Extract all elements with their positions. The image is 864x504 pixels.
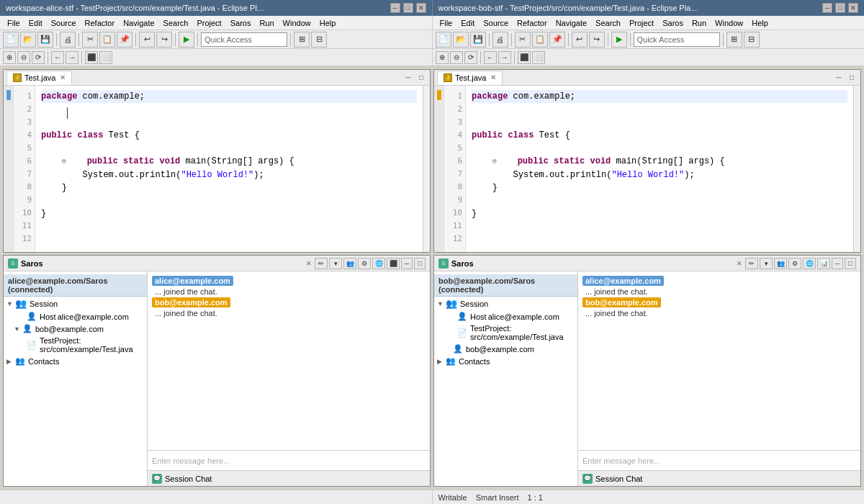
left-tree-contacts[interactable]: ▶ 👥 Contacts <box>4 355 147 367</box>
left-editor-tab[interactable]: J Test.java ✕ <box>6 71 72 85</box>
right-editor-body[interactable]: 12345 678910 1112 package com.example; p… <box>434 86 860 252</box>
right-quick-access[interactable]: Quick Access <box>634 32 720 47</box>
left-saros-btn4[interactable]: ⚙ <box>358 258 371 269</box>
left-tb2-b3[interactable]: ⟳ <box>32 51 45 64</box>
right-tree-bob[interactable]: 👤 bob@example.com <box>434 343 577 355</box>
left-saros-maximize[interactable]: □ <box>414 258 426 269</box>
left-tb2-b5[interactable]: → <box>66 51 78 64</box>
left-tree-host[interactable]: 👤 Host alice@example.com <box>4 310 147 323</box>
left-saros-btn2[interactable]: ▾ <box>329 258 342 269</box>
right-tb-open[interactable]: 📂 <box>453 32 469 48</box>
right-code-area[interactable]: package com.example; public class Test {… <box>466 86 853 252</box>
right-tb-perspective[interactable]: ⊞ <box>726 32 742 48</box>
right-tb-b5[interactable]: ↪ <box>589 32 605 48</box>
left-tb-print[interactable]: 🖨 <box>60 32 76 48</box>
left-menu-refactor[interactable]: Refactor <box>81 16 120 30</box>
left-menu-help[interactable]: Help <box>315 16 341 30</box>
right-restore-btn[interactable]: □ <box>835 3 845 13</box>
left-tb-new[interactable]: 📄 <box>3 32 19 48</box>
right-tree-session[interactable]: ▼ 👥 Session <box>434 297 577 310</box>
right-tb2-b7[interactable]: ⬜ <box>532 51 545 64</box>
left-tb-b2[interactable]: 📋 <box>99 32 115 48</box>
left-menu-source[interactable]: Source <box>47 16 81 30</box>
right-saros-btn3[interactable]: 👥 <box>774 258 787 269</box>
left-editor-body[interactable]: 12345 678910 1112 package com.example; p… <box>4 86 430 252</box>
right-menu-project[interactable]: Project <box>625 16 658 30</box>
right-tb2-b1[interactable]: ⊕ <box>436 51 449 64</box>
left-close-btn[interactable]: ✕ <box>416 3 426 13</box>
left-tb-open[interactable]: 📂 <box>20 32 36 48</box>
right-tb-view2[interactable]: ⊟ <box>744 32 760 48</box>
right-menu-saros[interactable]: Saros <box>658 16 688 30</box>
left-tb-b5[interactable]: ↪ <box>156 32 172 48</box>
left-saros-btn6[interactable]: ⬛ <box>387 258 400 269</box>
left-menu-search[interactable]: Search <box>159 16 193 30</box>
right-saros-btn5[interactable]: 🌐 <box>803 258 816 269</box>
left-quick-access[interactable]: Quick Access <box>201 32 287 47</box>
left-editor-minimize[interactable]: ─ <box>402 72 414 84</box>
right-tb-b4[interactable]: ↩ <box>572 32 588 48</box>
right-close-btn[interactable]: ✕ <box>848 3 858 13</box>
left-menu-edit[interactable]: Edit <box>24 16 47 30</box>
left-tb2-b7[interactable]: ⬜ <box>99 51 112 64</box>
left-tb2-b6[interactable]: ⬛ <box>85 51 98 64</box>
right-saros-btn1[interactable]: ✏ <box>745 258 758 269</box>
left-chat-input[interactable]: Enter message here... <box>148 450 430 470</box>
left-tb-b1[interactable]: ✂ <box>82 32 98 48</box>
left-saros-minimize[interactable]: ─ <box>401 258 413 269</box>
right-menu-help[interactable]: Help <box>747 16 773 30</box>
right-tb-new[interactable]: 📄 <box>436 32 451 48</box>
left-tb-view2[interactable]: ⊟ <box>311 32 327 48</box>
right-tab-close[interactable]: ✕ <box>490 73 496 81</box>
left-menu-saros[interactable]: Saros <box>226 16 256 30</box>
right-tb-b3[interactable]: 📌 <box>549 32 565 48</box>
right-tree-host[interactable]: 👤 Host alice@example.com <box>434 310 577 323</box>
right-minimize-btn[interactable]: ─ <box>822 3 832 13</box>
left-tb-save[interactable]: 💾 <box>37 32 53 48</box>
right-saros-btn6[interactable]: 📊 <box>817 258 830 269</box>
left-editor-maximize[interactable]: □ <box>415 72 427 84</box>
right-saros-maximize[interactable]: □ <box>845 258 856 269</box>
right-saros-btn4[interactable]: ⚙ <box>788 258 801 269</box>
left-tb2-b2[interactable]: ⊖ <box>17 51 30 64</box>
right-menu-search[interactable]: Search <box>591 16 625 30</box>
right-menu-navigate[interactable]: Navigate <box>552 16 591 30</box>
left-editor-scrollbar[interactable] <box>423 86 430 252</box>
right-tb-print[interactable]: 🖨 <box>492 32 508 48</box>
right-editor-scrollbar[interactable] <box>853 86 860 252</box>
right-tb2-b2[interactable]: ⊖ <box>450 51 463 64</box>
right-chat-input[interactable]: Enter message here... <box>578 450 860 470</box>
right-tb2-b3[interactable]: ⟳ <box>464 51 477 64</box>
right-saros-btn2[interactable]: ▾ <box>760 258 773 269</box>
left-minimize-btn[interactable]: ─ <box>390 3 400 13</box>
right-tb2-b5[interactable]: → <box>498 51 511 64</box>
left-saros-btn5[interactable]: 🌐 <box>372 258 385 269</box>
left-tree-bob[interactable]: ▼ 👤 bob@example.com <box>4 323 147 335</box>
left-tb-b3[interactable]: 📌 <box>117 32 132 48</box>
right-menu-run[interactable]: Run <box>688 16 711 30</box>
left-menu-navigate[interactable]: Navigate <box>119 16 158 30</box>
right-tb-b1[interactable]: ✂ <box>515 32 531 48</box>
left-saros-btn3[interactable]: 👥 <box>343 258 356 269</box>
right-tb-save[interactable]: 💾 <box>470 32 486 48</box>
left-saros-btn1[interactable]: ✏ <box>315 258 328 269</box>
left-tb-b4[interactable]: ↩ <box>139 32 155 48</box>
left-menu-project[interactable]: Project <box>192 16 225 30</box>
left-tb2-b4[interactable]: ← <box>51 51 64 64</box>
right-menu-source[interactable]: Source <box>479 16 513 30</box>
left-tb-run[interactable]: ▶ <box>179 32 194 48</box>
right-saros-minimize[interactable]: ─ <box>832 258 843 269</box>
right-tree-contacts[interactable]: ▶ 👥 Contacts <box>434 355 577 367</box>
right-menu-window[interactable]: Window <box>711 16 747 30</box>
right-menu-file[interactable]: File <box>436 16 457 30</box>
right-tb-b2[interactable]: 📋 <box>532 32 548 48</box>
right-editor-tab[interactable]: J Test.java ✕ <box>437 71 503 85</box>
left-tb2-b1[interactable]: ⊕ <box>3 51 16 64</box>
left-restore-btn[interactable]: □ <box>403 3 413 13</box>
left-tree-file[interactable]: 📄 TestProject: src/com/example/Test.java <box>4 335 147 355</box>
right-tb-run[interactable]: ▶ <box>611 32 627 48</box>
left-menu-window[interactable]: Window <box>279 16 315 30</box>
left-tree-session[interactable]: ▼ 👥 Session <box>4 297 147 310</box>
left-menu-run[interactable]: Run <box>255 16 278 30</box>
right-menu-refactor[interactable]: Refactor <box>513 16 552 30</box>
